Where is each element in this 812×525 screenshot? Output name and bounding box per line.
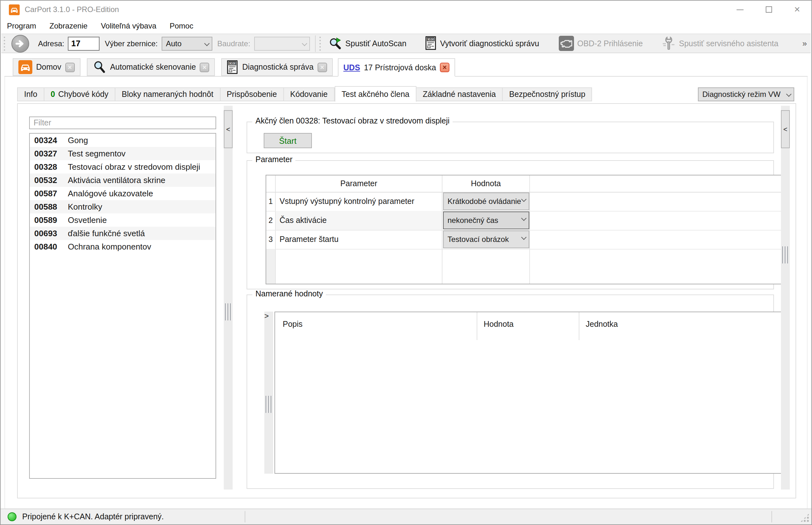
- measured-splitter[interactable]: >: [264, 312, 273, 474]
- tab-diagnostic-report[interactable]: OBD Diagnostická správa ×: [221, 58, 332, 76]
- tab-close-icon[interactable]: ×: [440, 63, 449, 72]
- subtab-info[interactable]: Info: [17, 87, 44, 101]
- measured-values-groupbox: Namerané hodnoty > Popis Hodnota Jednotk…: [247, 295, 774, 489]
- subtab-fault-codes[interactable]: 0 Chybové kódy: [44, 87, 115, 101]
- actuator-code: 00840: [34, 242, 62, 251]
- col-header-value: Hodnota: [443, 176, 529, 192]
- toolbar-overflow-chevron[interactable]: »: [802, 39, 807, 48]
- parameter-name: Parameter štartu: [276, 230, 442, 249]
- report-button[interactable]: OBD Vytvoriť diagnostickú správu: [420, 34, 544, 52]
- status-text: Pripojené k K+CAN. Adaptér pripravený.: [22, 512, 164, 521]
- toolbar-grip-left[interactable]: [3, 36, 6, 50]
- list-item[interactable]: 00324 Gong: [30, 134, 216, 147]
- subtab-label: Info: [24, 90, 38, 99]
- menu-volitelna-vybava[interactable]: Voliteľná výbava: [95, 19, 163, 33]
- actuator-label: Aktivácia ventilátora skrine: [68, 176, 165, 185]
- splitter-grip-icon: [782, 246, 788, 264]
- service-assistant-button[interactable]: Spustiť servisného asistenta: [657, 34, 783, 52]
- subtab-adaptation[interactable]: Prispôsobenie: [220, 87, 284, 101]
- list-item[interactable]: 00589 Osvetlenie: [30, 213, 216, 227]
- tab-autoscan[interactable]: Automatické skenovanie ×: [87, 58, 215, 76]
- tab-label: 17 Prístrojová doska: [364, 63, 436, 72]
- list-item[interactable]: 00693 ďalšie funkčné svetlá: [30, 227, 216, 240]
- menu-zobrazenie[interactable]: Zobrazenie: [43, 19, 94, 33]
- document-tab-bar: Domov × Automatické skenovanie × OBD: [4, 59, 808, 77]
- expand-measured-button[interactable]: >: [264, 312, 273, 348]
- subtab-basic-settings[interactable]: Základné nastavenia: [417, 87, 503, 101]
- tab-domov[interactable]: Domov ×: [13, 58, 80, 76]
- subtab-label: Bloky nameraných hodnôt: [122, 90, 213, 99]
- filter-input[interactable]: [29, 117, 216, 129]
- actuator-code: 00327: [34, 149, 62, 158]
- subtab-actuator-test[interactable]: Test akčného člena: [335, 86, 417, 102]
- obd-report-icon: OBD: [227, 60, 238, 74]
- menu-bar: Program Zobrazenie Voliteľná výbava Pomo…: [1, 18, 811, 33]
- car-icon: [18, 60, 32, 74]
- tab-uds-instrument-cluster[interactable]: UDS 17 Prístrojová doska ×: [337, 58, 455, 77]
- measured-values-table: Popis Hodnota Jednotka: [274, 312, 782, 474]
- parameter-value: Krátkodobé ovládanie: [448, 197, 521, 206]
- status-bar: Pripojené k K+CAN. Adaptér pripravený.: [1, 509, 811, 524]
- obd-login-button[interactable]: OBD-2 Prihlásenie: [553, 34, 648, 52]
- address-input[interactable]: [68, 36, 100, 50]
- svg-text:OBD: OBD: [230, 61, 235, 64]
- actuator-label: Testovací obraz v stredovom displeji: [68, 162, 200, 171]
- start-button[interactable]: Štart: [264, 133, 312, 148]
- maximize-button[interactable]: [754, 1, 783, 18]
- bus-select[interactable]: Auto: [161, 36, 212, 50]
- list-item[interactable]: 00328 Testovací obraz v stredovom disple…: [30, 160, 216, 174]
- menu-program[interactable]: Program: [1, 19, 42, 33]
- tab-label: Diagnostická správa: [242, 63, 314, 72]
- row-number: 2: [266, 211, 275, 230]
- parameter-groupbox-title: Parameter: [252, 155, 296, 164]
- diagnostic-mode-select[interactable]: Diagnostický režim VW: [698, 87, 794, 101]
- list-item[interactable]: 00588 Kontrolky: [30, 200, 216, 213]
- right-splitter[interactable]: <: [781, 106, 790, 490]
- subtab-measured-blocks[interactable]: Bloky nameraných hodnôt: [115, 87, 220, 101]
- splitter-grip-icon: [265, 396, 272, 413]
- actuator-code: 00324: [34, 136, 62, 145]
- tab-close-icon[interactable]: ×: [317, 62, 327, 72]
- parameter-value-select[interactable]: nekonečný čas: [443, 211, 529, 229]
- list-item[interactable]: 00532 Aktivácia ventilátora skrine: [30, 174, 216, 187]
- actuator-groupbox: Akčný člen 00328: Testovací obraz v stre…: [247, 122, 774, 153]
- list-splitter[interactable]: <: [224, 106, 233, 490]
- parameter-value: nekonečný čas: [448, 216, 498, 225]
- connect-button[interactable]: [11, 34, 29, 52]
- parameter-value-select[interactable]: Testovací obrázok: [443, 230, 529, 248]
- toolbar-grip-mid[interactable]: [319, 36, 321, 50]
- actuator-label: Ochrana komponentov: [68, 242, 151, 251]
- list-item[interactable]: 00840 Ochrana komponentov: [30, 240, 216, 253]
- autoscan-button[interactable]: Spustiť AutoScan: [323, 34, 412, 52]
- actuator-label: Kontrolky: [68, 202, 102, 211]
- actuator-code: 00328: [34, 162, 62, 171]
- carport-app-icon: [9, 4, 20, 15]
- col-header-jednotka: Jednotka: [586, 320, 618, 329]
- list-item[interactable]: 00587 Analógové ukazovatele: [30, 187, 216, 200]
- close-icon: ×: [794, 4, 800, 15]
- wrench-icon: [662, 36, 676, 51]
- subtab-coding[interactable]: Kódovanie: [284, 87, 335, 101]
- collapse-right-button[interactable]: <: [781, 110, 790, 148]
- chevron-down-icon: [521, 216, 526, 221]
- actuator-groupbox-title: Akčný člen 00328: Testovací obraz v stre…: [252, 117, 453, 125]
- col-header-hodnota: Hodnota: [484, 320, 514, 329]
- bus-label: Výber zbernice:: [105, 39, 158, 48]
- baudrate-label: Baudrate:: [217, 39, 250, 48]
- parameter-value: Testovací obrázok: [448, 235, 509, 244]
- actuator-label: Test segmentov: [68, 149, 126, 158]
- parameter-value-select[interactable]: Krátkodobé ovládanie: [443, 193, 529, 210]
- collapse-list-button[interactable]: <: [224, 110, 233, 148]
- tab-close-icon[interactable]: ×: [200, 62, 209, 72]
- row-number: 3: [266, 230, 275, 249]
- subtab-label: Základné nastavenia: [423, 90, 496, 99]
- resize-grip[interactable]: [800, 513, 810, 523]
- carport-window: CarPort 3.1.0 - PRO-Edition × Program Zo…: [0, 0, 812, 525]
- menu-pomoc[interactable]: Pomoc: [163, 19, 200, 33]
- actuator-list[interactable]: 00324 Gong 00327 Test segmentov 00328 Te…: [29, 133, 216, 479]
- close-button[interactable]: ×: [783, 1, 811, 18]
- list-item[interactable]: 00327 Test segmentov: [30, 147, 216, 160]
- subtab-security-access[interactable]: Bezpečnostný prístup: [503, 87, 592, 101]
- minimize-button[interactable]: [726, 1, 754, 18]
- tab-close-icon[interactable]: ×: [65, 62, 74, 72]
